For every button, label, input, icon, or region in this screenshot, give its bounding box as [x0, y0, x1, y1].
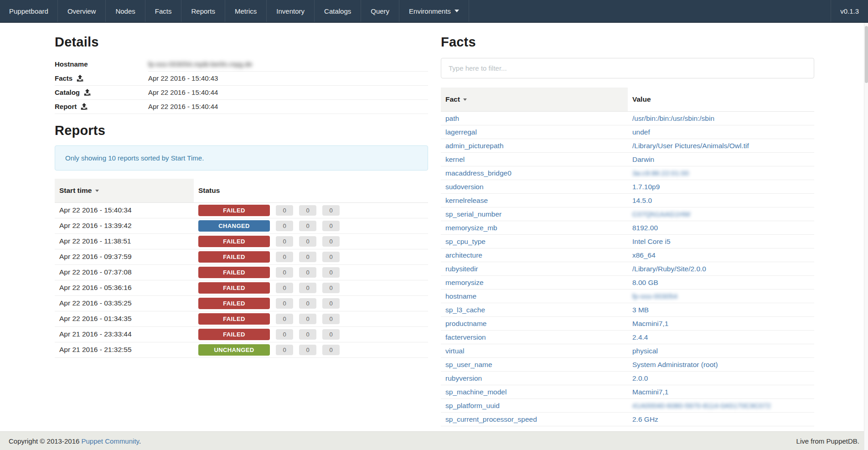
fact-name-link[interactable]: path — [445, 114, 459, 122]
fact-name-link[interactable]: admin_picturepath — [445, 142, 504, 150]
fact-value-link[interactable]: /Library/Ruby/Site/2.0.0 — [632, 265, 706, 273]
fact-name-link[interactable]: productname — [445, 320, 486, 327]
fact-value-link[interactable]: 2.4.4 — [632, 333, 648, 341]
fact-name-link[interactable]: sp_machine_model — [445, 388, 506, 396]
fact-name-link[interactable]: rubysitedir — [445, 265, 478, 273]
fact-value-link[interactable]: 2.0.0 — [632, 374, 648, 382]
fact-name-link[interactable]: kernel — [445, 155, 465, 163]
caret-down-icon — [95, 190, 99, 192]
fact-value-link[interactable]: Intel Core i5 — [632, 238, 671, 245]
fact-name-link[interactable]: sp_user_name — [445, 361, 492, 368]
fact-value-link[interactable]: Macmini7,1 — [632, 320, 668, 327]
fact-row: sp_l3_cache 3 MB — [441, 303, 814, 317]
vertical-scrollbar-thumb[interactable] — [865, 26, 868, 83]
fact-name-link[interactable]: sp_cpu_type — [445, 238, 486, 245]
brand-puppetboard[interactable]: Puppetboard — [0, 0, 58, 22]
report-count-badge: 0 — [276, 236, 293, 247]
report-count-badge: 0 — [299, 329, 316, 340]
reports-header-starttime[interactable]: Start time — [55, 179, 194, 203]
report-row: Apr 22 2016 - 07:37:08 FAILED 0 0 0 — [55, 264, 428, 280]
report-count-badge: 0 — [276, 298, 293, 309]
upload-icon[interactable] — [77, 75, 83, 82]
fact-name-link[interactable]: memorysize — [445, 279, 484, 286]
fact-value-link[interactable]: Darwin — [632, 155, 654, 163]
nav-item-catalogs[interactable]: Catalogs — [315, 0, 361, 22]
fact-name-link[interactable]: rubyversion — [445, 374, 482, 382]
fact-value-link[interactable]: 8192.00 — [632, 224, 658, 232]
fact-row: rubysitedir /Library/Ruby/Site/2.0.0 — [441, 262, 814, 276]
fact-row: productname Macmini7,1 — [441, 317, 814, 331]
nav-item-reports[interactable]: Reports — [181, 0, 225, 22]
report-count-badge: 0 — [276, 329, 293, 340]
report-count-badge: 0 — [299, 298, 316, 309]
fact-value-link[interactable]: physical — [632, 347, 658, 355]
report-status-badge: FAILED — [198, 282, 270, 294]
fact-row: kernel Darwin — [441, 153, 814, 166]
fact-name-link[interactable]: virtual — [445, 347, 464, 355]
fact-value-link[interactable]: 3a:c9:86:22:01:00 — [632, 169, 689, 177]
report-count-badge: 0 — [276, 221, 293, 231]
detail-label: Report — [55, 103, 77, 110]
detail-label: Hostname — [55, 60, 88, 68]
facts-header-fact[interactable]: Fact — [441, 88, 628, 112]
fact-value-link[interactable]: /Library/User Pictures/Animals/Owl.tif — [632, 142, 749, 150]
nav-dropdown-environments[interactable]: Environments — [399, 0, 469, 22]
details-title: Details — [55, 35, 428, 50]
nav-item-nodes[interactable]: Nodes — [106, 0, 145, 22]
nav-item-query[interactable]: Query — [361, 0, 399, 22]
fact-name-link[interactable]: kernelrelease — [445, 197, 488, 204]
nav-item-metrics[interactable]: Metrics — [225, 0, 267, 22]
nav-item-facts[interactable]: Facts — [145, 0, 182, 22]
report-count-badge: 0 — [276, 314, 293, 324]
fact-name-link[interactable]: macaddress_bridge0 — [445, 169, 512, 177]
report-count-badge: 0 — [299, 267, 316, 278]
nav-item-inventory[interactable]: Inventory — [267, 0, 315, 22]
upload-icon[interactable] — [84, 89, 91, 96]
fact-value-link[interactable]: 8.00 GB — [632, 279, 658, 286]
fact-value-link[interactable]: 3 MB — [632, 306, 649, 314]
detail-row: Hostname fp-oss-003054.mpib-berlin.mpg.d… — [55, 57, 428, 71]
fact-name-link[interactable]: hostname — [445, 292, 476, 300]
fact-name-link[interactable]: memorysize_mb — [445, 224, 497, 232]
fact-row: architecture x86_64 — [441, 248, 814, 262]
vertical-scrollbar-track[interactable] — [864, 23, 868, 450]
fact-row: memorysize_mb 8192.00 — [441, 221, 814, 235]
fact-value-link[interactable]: x86_64 — [632, 251, 656, 259]
fact-name-link[interactable]: sudoversion — [445, 183, 484, 191]
fact-value-link[interactable]: System Administrator (root) — [632, 361, 718, 368]
fact-name-link[interactable]: architecture — [445, 251, 482, 259]
detail-value: Apr 22 2016 - 15:40:44 — [148, 85, 428, 99]
fact-name-link[interactable]: lagerregal — [445, 128, 477, 136]
fact-name-link[interactable]: sp_l3_cache — [445, 306, 485, 314]
reports-header-status[interactable]: Status — [194, 179, 428, 203]
report-row: Apr 22 2016 - 01:34:35 FAILED 0 0 0 — [55, 311, 428, 326]
caret-down-icon — [455, 10, 459, 12]
fact-name-link[interactable]: sp_current_processor_speed — [445, 415, 537, 423]
fact-value-link[interactable]: 14.5.0 — [632, 197, 652, 204]
fact-name-link[interactable]: facterversion — [445, 333, 486, 341]
fact-value-link[interactable]: fp-oss-003054 — [632, 292, 677, 300]
nav-item-overview[interactable]: Overview — [58, 0, 106, 22]
fact-value-link[interactable]: /usr/bin:/bin:/usr/sbin:/sbin — [632, 114, 714, 122]
report-count-badge: 0 — [322, 221, 340, 231]
facts-header-value[interactable]: Value — [628, 88, 814, 112]
report-status-badge: FAILED — [198, 205, 270, 216]
top-navbar: Puppetboard Overview Nodes Facts Reports… — [0, 0, 868, 23]
detail-row: Report Apr 22 2016 - 15:40:44 — [55, 99, 428, 114]
fact-value-link[interactable]: undef — [632, 128, 650, 136]
report-start-time: Apr 21 2016 - 23:33:44 — [55, 326, 194, 342]
fact-value-link[interactable]: 1.7.10p9 — [632, 183, 660, 191]
upload-icon[interactable] — [81, 103, 88, 110]
fact-name-link[interactable]: sp_platform_uuid — [445, 402, 500, 409]
report-start-time: Apr 22 2016 - 03:35:25 — [55, 295, 194, 311]
detail-row: Facts Apr 22 2016 - 15:40:43 — [55, 71, 428, 85]
detail-value: Apr 22 2016 - 15:40:43 — [148, 71, 428, 85]
fact-value-link[interactable]: 41A00040-6080-5970-8114-0A5170C9C072 — [632, 402, 771, 409]
facts-filter-input[interactable] — [441, 58, 814, 78]
fact-name-link[interactable]: sp_serial_number — [445, 210, 501, 218]
fact-value-link[interactable]: 2.6 GHz — [632, 415, 658, 423]
footer-link-puppet-community[interactable]: Puppet Community — [82, 437, 139, 445]
reports-info-alert: Only showing 10 reports sorted by Start … — [55, 145, 428, 171]
fact-value-link[interactable]: C07QN1AAG1HW — [632, 210, 690, 218]
fact-value-link[interactable]: Macmini7,1 — [632, 388, 668, 396]
